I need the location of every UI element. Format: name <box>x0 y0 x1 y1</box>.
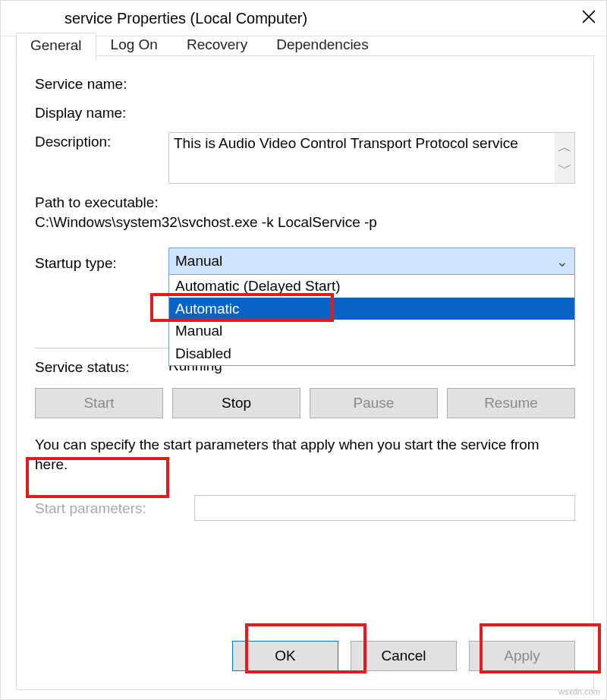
startup-option-manual[interactable]: Manual <box>169 320 574 342</box>
start-parameters-label: Start parameters: <box>35 499 194 517</box>
ok-button[interactable]: OK <box>232 641 338 671</box>
stop-button[interactable]: Stop <box>172 388 300 418</box>
startup-type-combo[interactable]: Manual ⌄ Automatic (Delayed Start) Autom… <box>168 248 575 275</box>
start-parameters-input <box>194 495 575 521</box>
tab-recovery[interactable]: Recovery <box>172 32 262 59</box>
apply-button[interactable]: Apply <box>469 641 575 671</box>
close-icon[interactable] <box>582 10 596 27</box>
description-box: This is Audio Video Control Transport Pr… <box>168 132 575 184</box>
start-button[interactable]: Start <box>35 388 163 418</box>
startup-option-disabled[interactable]: Disabled <box>169 342 574 365</box>
start-params-note: You can specify the start parameters tha… <box>35 435 575 474</box>
chevron-down-icon: ⌄ <box>556 253 568 270</box>
scroll-down-icon[interactable]: ﹀ <box>558 159 572 178</box>
description-label: Description: <box>35 132 168 150</box>
path-label: Path to executable: <box>35 194 575 211</box>
startup-option-delayed[interactable]: Automatic (Delayed Start) <box>169 275 574 298</box>
tab-log-on[interactable]: Log On <box>96 32 172 59</box>
startup-type-selected: Manual <box>175 253 222 270</box>
service-status-label: Service status: <box>35 358 168 376</box>
resume-button[interactable]: Resume <box>447 388 575 418</box>
window-title: service Properties (Local Computer) <box>11 10 582 27</box>
cancel-button[interactable]: Cancel <box>351 641 457 671</box>
watermark: wsxdn.com <box>558 687 600 696</box>
display-name-label: Display name: <box>35 103 168 121</box>
pause-button[interactable]: Pause <box>310 388 438 418</box>
tab-dependencies[interactable]: Dependencies <box>262 32 382 59</box>
startup-type-dropdown[interactable]: Automatic (Delayed Start) Automatic Manu… <box>168 274 575 366</box>
service-name-label: Service name: <box>35 74 168 93</box>
startup-type-label: Startup type: <box>35 251 168 272</box>
scroll-up-icon[interactable]: ︿ <box>558 137 572 157</box>
description-text: This is Audio Video Control Transport Pr… <box>169 133 555 183</box>
description-scrollbar[interactable]: ︿ ﹀ <box>555 133 574 183</box>
startup-option-automatic[interactable]: Automatic <box>169 298 574 320</box>
path-value: C:\Windows\system32\svchost.exe -k Local… <box>35 214 575 231</box>
